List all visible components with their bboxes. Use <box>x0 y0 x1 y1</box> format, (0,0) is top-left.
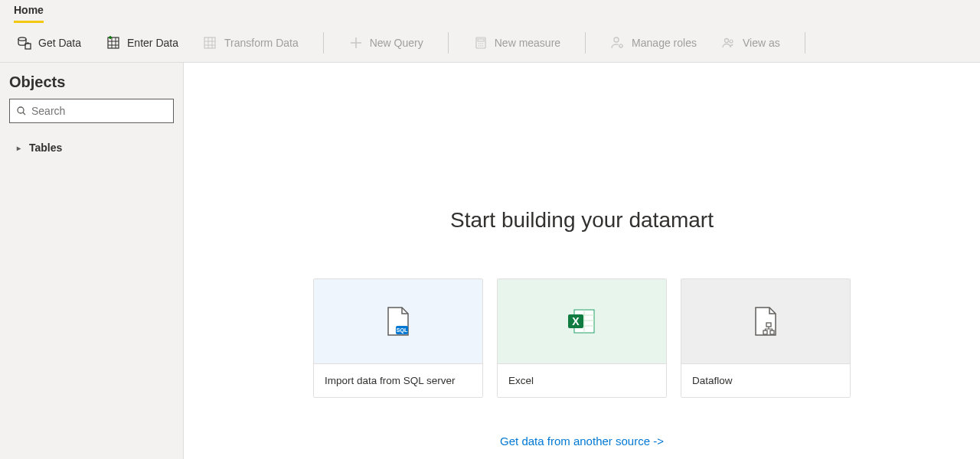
card-icon-area: X <box>498 279 666 363</box>
svg-point-8 <box>482 43 483 44</box>
enter-data-label: Enter Data <box>127 37 178 49</box>
svg-text:X: X <box>572 315 580 327</box>
search-icon <box>16 106 27 116</box>
svg-point-11 <box>482 45 483 47</box>
card-label: Import data from SQL server <box>314 363 482 397</box>
card-label: Dataflow <box>681 363 850 397</box>
sidebar-title: Objects <box>6 73 177 99</box>
tab-home[interactable]: Home <box>14 0 44 23</box>
new-query-button: New Query <box>345 23 426 62</box>
ribbon: Get Data Enter Data Transform Data New Q… <box>0 23 980 63</box>
ribbon-separator <box>448 32 449 54</box>
card-icon-area: SQL <box>314 279 482 363</box>
tab-bar: Home <box>0 0 980 23</box>
sidebar: Objects ▸ Tables <box>0 63 184 459</box>
enter-data-button[interactable]: Enter Data <box>103 23 181 62</box>
svg-point-16 <box>18 107 24 113</box>
search-box[interactable] <box>9 99 174 123</box>
svg-point-9 <box>478 45 479 47</box>
new-query-label: New Query <box>370 37 423 49</box>
card-icon-area <box>681 279 850 363</box>
database-icon <box>17 35 32 50</box>
svg-point-12 <box>614 37 619 42</box>
new-measure-button: New measure <box>470 23 564 62</box>
chevron-right-icon: ▸ <box>17 144 24 152</box>
sql-file-icon: SQL <box>385 306 411 337</box>
ribbon-separator <box>323 32 324 54</box>
svg-point-7 <box>480 43 482 44</box>
excel-icon: X <box>567 307 597 336</box>
svg-rect-3 <box>204 37 215 48</box>
svg-point-6 <box>478 43 479 44</box>
ribbon-separator <box>805 32 805 54</box>
svg-point-14 <box>724 38 728 42</box>
get-data-button[interactable]: Get Data <box>14 23 84 62</box>
svg-point-10 <box>480 45 482 47</box>
svg-rect-5 <box>478 39 484 41</box>
person-gear-icon <box>610 35 626 50</box>
hero: Start building your datamart <box>184 208 980 233</box>
card-excel[interactable]: X Excel <box>497 278 667 398</box>
svg-point-0 <box>18 37 26 40</box>
get-data-label: Get Data <box>38 37 81 49</box>
card-sql-server[interactable]: SQL Import data from SQL server <box>313 278 483 398</box>
cards-row: SQL Import data from SQL server X Excel <box>184 278 980 398</box>
view-as-label: View as <box>743 37 780 49</box>
svg-text:SQL: SQL <box>397 327 408 334</box>
svg-rect-2 <box>108 37 119 48</box>
another-source-row: Get data from another source -> <box>184 435 980 448</box>
card-dataflow[interactable]: Dataflow <box>681 278 851 398</box>
tree-item-label: Tables <box>29 142 62 154</box>
svg-point-13 <box>619 44 622 47</box>
main-canvas: Start building your datamart SQL Import … <box>184 63 980 459</box>
manage-roles-button: Manage roles <box>607 23 700 62</box>
table-plus-icon <box>106 35 121 50</box>
search-input[interactable] <box>31 105 167 117</box>
tree-item-tables[interactable]: ▸ Tables <box>6 137 177 158</box>
ribbon-separator <box>585 32 586 54</box>
dataflow-file-icon <box>753 306 779 337</box>
plus-icon <box>348 35 364 50</box>
view-as-button: View as <box>718 23 783 62</box>
card-label: Excel <box>498 363 666 397</box>
manage-roles-label: Manage roles <box>632 37 697 49</box>
table-transform-icon <box>203 35 218 50</box>
hero-title: Start building your datamart <box>184 208 980 233</box>
transform-data-label: Transform Data <box>224 37 299 49</box>
calculator-icon <box>473 35 488 50</box>
new-measure-label: New measure <box>495 37 560 49</box>
people-icon <box>721 35 737 50</box>
another-source-link[interactable]: Get data from another source -> <box>500 435 664 448</box>
transform-data-button: Transform Data <box>200 23 302 62</box>
svg-point-15 <box>730 40 733 43</box>
